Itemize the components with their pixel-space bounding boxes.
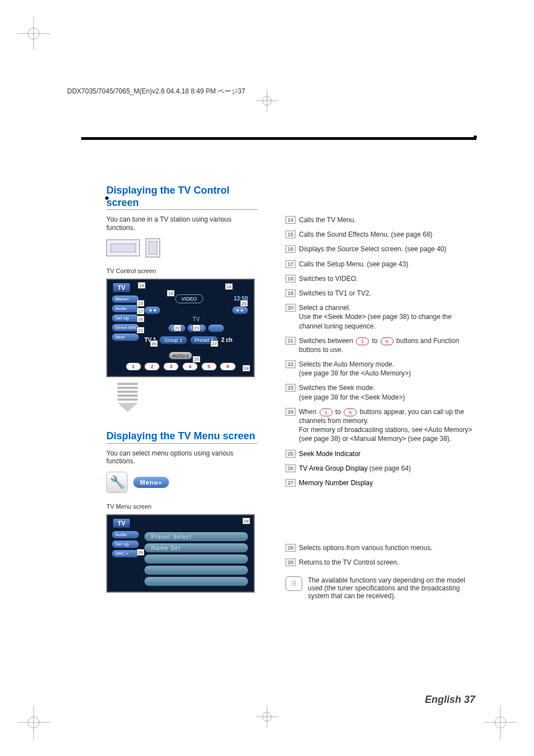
monitor-icon bbox=[106, 240, 140, 256]
pill-6b: 6 bbox=[344, 408, 357, 416]
remote-icon bbox=[146, 238, 160, 257]
callout-20: 20 bbox=[240, 300, 248, 307]
video-button[interactable]: VIDEO bbox=[175, 294, 203, 303]
description-list: 14Calls the TV Menu. 15Calls the Sound E… bbox=[285, 215, 475, 487]
idx-27: 27 bbox=[285, 479, 296, 487]
callout-26: 26 bbox=[150, 340, 158, 347]
crop-mark-icon bbox=[484, 706, 517, 739]
preset-6-button[interactable]: 6 bbox=[220, 363, 235, 370]
desc-28: Selects options from various function me… bbox=[299, 543, 433, 552]
idx-15: 15 bbox=[285, 231, 296, 238]
callout-28: 28 bbox=[242, 518, 250, 524]
name-set-option[interactable]: Name Set bbox=[144, 543, 248, 552]
idx-26: 26 bbox=[285, 464, 296, 472]
pill-1: 1 bbox=[356, 337, 369, 345]
tv-menu-screenshot: TV Audio Set Up SRC « Preset Select Name… bbox=[106, 514, 255, 593]
audio-button[interactable]: Audio bbox=[112, 305, 139, 312]
preset-2-button[interactable]: 2 bbox=[144, 363, 160, 370]
idx-19: 19 bbox=[285, 289, 296, 297]
idx-29: 29 bbox=[285, 558, 296, 566]
desc-29: Returns to the TV Control screen. bbox=[299, 558, 399, 567]
idx-24: 24 bbox=[285, 408, 296, 416]
blank-option[interactable] bbox=[144, 566, 248, 575]
section-title-tv-control: Displaying the TV Control screen bbox=[106, 185, 257, 210]
next-button[interactable]: Next bbox=[112, 334, 139, 341]
page: DDX7035/7045/7065_M(En)v2.6 04.4.18 8:49… bbox=[0, 0, 534, 756]
callout-22: 22 bbox=[174, 325, 181, 331]
content: Displaying the TV Control screen You can… bbox=[106, 185, 475, 600]
desc-24: When 1 to 6 buttons appear, you can call… bbox=[299, 407, 475, 444]
setup-button[interactable]: Set Up bbox=[112, 314, 139, 322]
down-arrow-icon bbox=[118, 383, 138, 412]
callout-21: 21 bbox=[137, 327, 144, 334]
tv-control-screenshot: TV Menu» Audio Set Up Direct SRC Next bbox=[106, 279, 255, 377]
desc-21: Switches between 1 to 6 buttons and Func… bbox=[299, 336, 475, 354]
description-list-2: 28Selects options from various function … bbox=[285, 543, 475, 567]
crop-mark-icon bbox=[256, 706, 278, 728]
desc-20: Select a channel. Use the <Seek Mode> (s… bbox=[299, 303, 475, 331]
tool-row: 🔧 Menu» bbox=[106, 472, 257, 493]
note-text: The available functions vary depending o… bbox=[308, 576, 475, 600]
preset-4-button[interactable]: 4 bbox=[182, 363, 198, 370]
desc-26: TV Area Group Display (see page 64) bbox=[299, 464, 411, 473]
callout-23: 23 bbox=[193, 325, 200, 331]
desc-27: Memory Number Display bbox=[299, 478, 373, 487]
direct-src-button[interactable]: Direct SRC bbox=[112, 324, 139, 331]
idx-18: 18 bbox=[285, 275, 296, 283]
menu-setup-button[interactable]: Set Up bbox=[112, 541, 139, 548]
print-header: DDX7035/7045/7065_M(En)v2.6 04.4.18 8:49… bbox=[67, 87, 245, 96]
menu-pill[interactable]: Menu» bbox=[133, 477, 169, 488]
left-column: Displaying the TV Control screen You can… bbox=[106, 185, 257, 600]
crop-mark-icon bbox=[17, 706, 50, 739]
preset-5-button[interactable]: 5 bbox=[202, 363, 217, 370]
pill-1b: 1 bbox=[320, 408, 332, 416]
desc-23: Switches the Seek mode. (see page 38 for… bbox=[299, 383, 405, 401]
menu-screenshot-caption: TV Menu screen bbox=[106, 503, 257, 510]
intro-tv-menu: You can select menu options using variou… bbox=[106, 449, 257, 466]
tv-label: TV bbox=[144, 316, 248, 322]
idx-25: 25 bbox=[285, 450, 296, 458]
page-footer: English 37 bbox=[425, 694, 475, 706]
blank-button[interactable] bbox=[208, 325, 224, 332]
menu-button[interactable]: Menu» bbox=[112, 295, 139, 303]
callout-27: 27 bbox=[210, 340, 218, 347]
crop-mark-icon bbox=[17, 17, 50, 50]
menu-audio-button[interactable]: Audio bbox=[112, 531, 139, 538]
menu-label: Menu» bbox=[115, 297, 129, 302]
callout-25: 25 bbox=[193, 356, 200, 363]
preset-3-button[interactable]: 3 bbox=[163, 363, 179, 370]
seek-mode-indicator: AUTO 1 bbox=[169, 352, 192, 359]
idx-16: 16 bbox=[285, 245, 296, 253]
source-tab-menu[interactable]: TV bbox=[113, 519, 130, 528]
desc-16: Displays the Source Select screen. (see … bbox=[299, 245, 446, 253]
section-title-tv-menu: Displaying the TV Menu screen bbox=[106, 430, 257, 444]
desc-14: Calls the TV Menu. bbox=[299, 215, 356, 224]
group-indicator: Group 1 bbox=[160, 336, 187, 344]
callout-14: 14 bbox=[167, 290, 175, 297]
desc-17: Calls the Setup Menu. (see page 43) bbox=[299, 260, 408, 269]
blank-option[interactable] bbox=[144, 577, 248, 586]
desc-25: Seek Mode Indicator bbox=[299, 449, 360, 458]
blank-option[interactable] bbox=[144, 555, 248, 564]
note-box: ☷ The available functions vary depending… bbox=[285, 576, 475, 600]
screenshot-caption: TV Control screen bbox=[106, 267, 257, 274]
wrench-icon: 🔧 bbox=[106, 472, 128, 493]
preset-1-button[interactable]: 1 bbox=[126, 363, 141, 370]
crop-mark-icon bbox=[256, 90, 278, 112]
device-illustrations bbox=[106, 238, 257, 257]
idx-17: 17 bbox=[285, 260, 296, 268]
preset-select-option[interactable]: Preset Select bbox=[144, 532, 248, 541]
preset-number-bar: 1 2 3 4 5 6 bbox=[110, 358, 251, 370]
idx-20: 20 bbox=[285, 304, 296, 312]
callout-29: 29 bbox=[137, 549, 144, 556]
idx-23: 23 bbox=[285, 384, 296, 392]
seek-prev-button[interactable]: ◄◄ bbox=[144, 307, 160, 314]
menu-back-button[interactable]: SRC « bbox=[112, 550, 139, 557]
seek-next-button[interactable]: ►► bbox=[232, 307, 248, 314]
callout-17: 17 bbox=[137, 308, 144, 314]
callout-15: 15 bbox=[137, 300, 144, 307]
callout-19: 19 bbox=[138, 282, 146, 289]
callout-16: 16 bbox=[137, 316, 144, 322]
callout-18: 18 bbox=[225, 283, 233, 290]
source-tab[interactable]: TV bbox=[113, 283, 130, 292]
